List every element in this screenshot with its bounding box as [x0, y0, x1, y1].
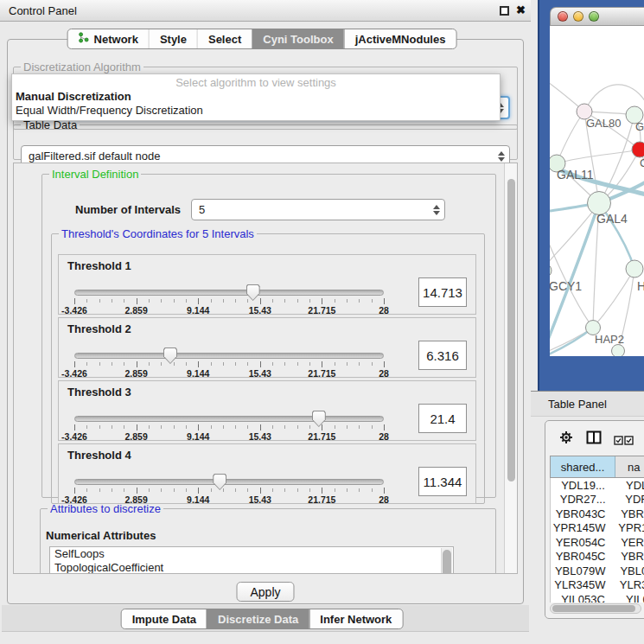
attribute-item-selfloops[interactable]: SelfLoops: [50, 547, 453, 561]
slider-track[interactable]: [74, 290, 384, 296]
table-row[interactable]: YER054CYER054C: [551, 535, 644, 550]
slider-track[interactable]: [74, 353, 384, 359]
network-node[interactable]: [632, 142, 644, 157]
numerical-attributes-label: Numerical Attributes: [46, 529, 156, 542]
cell-shared-name: YBR043C: [551, 507, 610, 520]
thresholds-group: Threshold's Coordinates for 5 Intervals …: [51, 227, 485, 504]
network-graph[interactable]: GAL80GACGAL11GAL4GCY1HHAP2: [550, 26, 644, 356]
tab-label: Infer Network: [320, 613, 392, 626]
tick-mark: [74, 424, 75, 430]
tick-mark: [359, 299, 360, 303]
network-window-titlebar[interactable]: [550, 7, 644, 26]
tick-mark: [137, 298, 137, 304]
slider-track[interactable]: [74, 416, 384, 422]
table-hscrollbar[interactable]: [550, 603, 641, 614]
tick-mark: [161, 488, 162, 492]
cell-shared-name: YDR27...: [551, 493, 615, 506]
threshold-slider[interactable]: -3.4262.8599.14415.4321.71528: [74, 474, 384, 503]
number-of-intervals-combobox[interactable]: 5: [191, 199, 445, 220]
tick-mark: [223, 362, 224, 366]
threshold-slider[interactable]: -3.4262.8599.14415.4321.71528: [74, 348, 384, 377]
threshold-slider[interactable]: -3.4262.8599.14415.4321.71528: [74, 284, 384, 314]
list-scrollbar[interactable]: [441, 548, 452, 574]
dropdown-placeholder-item[interactable]: Select algorithm to view settings: [12, 76, 500, 90]
dropdown-item-manual-discretization[interactable]: Manual Discretization: [12, 90, 500, 104]
table-row[interactable]: YBR043CYBR043C: [551, 507, 644, 521]
tick-label: 28: [379, 305, 389, 316]
close-panel-icon[interactable]: ✖: [516, 3, 526, 16]
table-hscrollbar-thumb[interactable]: [552, 605, 635, 612]
network-canvas[interactable]: GAL80GACGAL11GAL4GCY1HHAP2: [550, 26, 644, 356]
tab-impute-data[interactable]: Impute Data: [122, 609, 207, 628]
window-zoom-icon[interactable]: [589, 11, 599, 22]
float-panel-icon[interactable]: [500, 6, 509, 16]
network-node[interactable]: [612, 345, 625, 357]
tab-jactivemnodules[interactable]: jActiveMNodules: [344, 29, 456, 48]
combo-stepper-icon[interactable]: [498, 151, 509, 162]
algorithm-dropdown-popup: Select algorithm to view settings Manual…: [11, 73, 501, 121]
tab-infer-network[interactable]: Infer Network: [309, 609, 402, 628]
threshold-value-field[interactable]: 14.713: [418, 277, 467, 307]
network-node[interactable]: [626, 260, 643, 277]
panel-scrollbar-thumb[interactable]: [507, 179, 515, 481]
tick-mark: [322, 298, 322, 304]
table-row[interactable]: YDL19...YDL19...: [551, 478, 644, 493]
window-close-icon[interactable]: [558, 11, 568, 22]
tab-label: jActiveMNodules: [355, 33, 446, 46]
combo-stepper-icon[interactable]: [433, 205, 444, 215]
settings-gear-icon[interactable]: [559, 430, 573, 448]
threshold-value-field[interactable]: 11.344: [418, 467, 467, 496]
table-row[interactable]: YBL079WYBL079W: [551, 564, 644, 578]
column-header-name[interactable]: na: [615, 456, 644, 477]
tick-mark: [372, 425, 373, 429]
cell-shared-name: YLR345W: [551, 578, 609, 591]
dropdown-item-equal-width-frequency[interactable]: Equal Width/Frequency Discretization: [12, 104, 500, 118]
right-side: GAL80GACGAL11GAL4GCY1HHAP2 Table Panel s…: [531, 0, 644, 644]
tick-label: 21.715: [308, 368, 335, 379]
algorithm-group-title: Discretization Algorithm: [21, 61, 143, 73]
tab-cyni-toolbox[interactable]: Cyni Toolbox: [252, 29, 343, 48]
slider-track[interactable]: [74, 479, 384, 485]
network-node[interactable]: [550, 264, 552, 277]
tick-label: 2.859: [124, 368, 147, 379]
network-edge[interactable]: [593, 269, 634, 328]
tick-mark: [137, 361, 137, 367]
tab-network[interactable]: Network: [68, 29, 149, 48]
show-columns-icon[interactable]: [586, 430, 602, 448]
window-minimize-icon[interactable]: [573, 11, 583, 22]
tick-mark: [322, 488, 322, 494]
table-row[interactable]: YDR27...YDR27...: [551, 493, 644, 507]
attribute-item-topologicalcoefficient[interactable]: TopologicalCoefficient: [50, 561, 453, 574]
tab-style[interactable]: Style: [149, 29, 197, 48]
tick-label: 9.144: [187, 431, 209, 442]
table-header-row: shared... na: [550, 456, 644, 478]
tab-select[interactable]: Select: [197, 29, 252, 48]
thresholds-group-title: Threshold's Coordinates for 5 Intervals: [59, 227, 257, 240]
threshold-panel-2: Threshold 2-3.4262.8599.14415.4321.71528…: [58, 317, 476, 378]
table-row[interactable]: YLR345WYLR345W: [551, 578, 644, 593]
tick-mark: [124, 299, 124, 303]
node-label: GAL11: [557, 168, 594, 182]
table-row[interactable]: YPR145WYPR145W: [551, 521, 644, 536]
tick-label: 15.43: [249, 431, 271, 442]
threshold-label: Threshold 4: [67, 449, 131, 462]
node-label: GA: [635, 120, 644, 133]
threshold-value-field[interactable]: 6.316: [418, 341, 467, 370]
column-header-shared-name[interactable]: shared...: [551, 456, 615, 477]
panel-scrollbar[interactable]: [504, 163, 517, 573]
number-of-intervals-label: Number of Intervals: [75, 203, 181, 216]
tick-mark: [309, 425, 310, 429]
tab-discretize-data[interactable]: Discretize Data: [207, 609, 309, 628]
table-row[interactable]: YBR045CYBR045C: [551, 550, 644, 564]
tick-mark: [137, 488, 137, 494]
numerical-attributes-list[interactable]: SelfLoopsTopologicalCoefficientBetweenne…: [49, 546, 454, 574]
tab-label: Select: [208, 33, 241, 46]
tick-label: -3.426: [61, 431, 87, 442]
table-row[interactable]: YIL053CYIL053C: [551, 592, 644, 603]
threshold-slider[interactable]: -3.4262.8599.14415.4321.71528: [74, 411, 384, 440]
select-all-columns-icon[interactable]: [614, 433, 634, 449]
apply-button[interactable]: Apply: [236, 582, 294, 602]
list-scrollbar-thumb[interactable]: [443, 550, 451, 574]
threshold-value-field[interactable]: 21.4: [418, 404, 467, 433]
network-edge[interactable]: [557, 150, 640, 163]
